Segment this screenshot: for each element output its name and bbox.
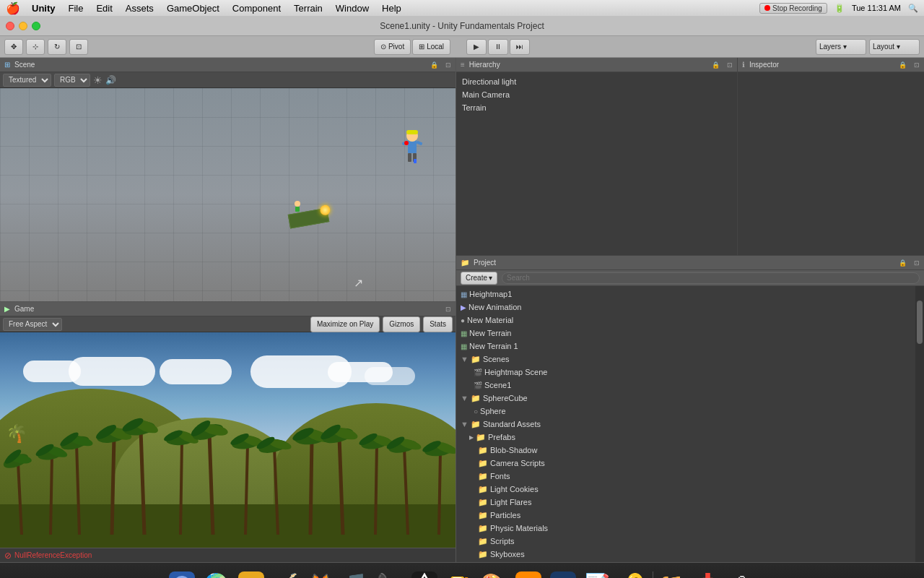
project-item-particles[interactable]: 📁 Particles <box>456 509 915 522</box>
scene-color-mode[interactable]: RGB <box>54 74 90 87</box>
inspector-tab[interactable]: Inspector <box>749 61 779 69</box>
menu-unity[interactable]: Unity <box>26 2 61 14</box>
inspector-maximize[interactable]: ⊡ <box>914 61 920 69</box>
maximize-button[interactable] <box>32 22 40 30</box>
dock-trash[interactable]: 🗑 <box>727 569 759 579</box>
game-view[interactable]: 🌴 <box>0 332 456 548</box>
hierarchy-terrain[interactable]: Terrain <box>456 101 737 114</box>
play-button[interactable]: ▶ <box>466 39 487 55</box>
dock-facetime[interactable]: 📞 <box>374 569 406 579</box>
tool-hand[interactable]: ✥ <box>4 39 23 55</box>
dock-guitar[interactable]: 🎸 <box>270 569 302 579</box>
menubar-right: Stop Recording 🔋 Tue 11:31 AM 🔍 <box>759 3 918 14</box>
dock-key[interactable]: 🔑 <box>616 569 648 579</box>
close-button[interactable] <box>6 22 14 30</box>
scene-light-toggle[interactable]: ☀ <box>93 74 103 86</box>
layers-dropdown[interactable]: Layers ▾ <box>816 39 866 55</box>
project-scrollbar[interactable] <box>915 286 924 562</box>
project-item-standard-assets[interactable]: ▼ 📁 Standard Assets <box>456 418 915 431</box>
menu-assets[interactable]: Assets <box>120 2 160 14</box>
dock-downloads[interactable]: 📥 <box>692 569 724 579</box>
game-panel-maximize[interactable]: ⊡ <box>445 306 451 313</box>
project-item-scripts[interactable]: 📁 Scripts <box>456 535 915 548</box>
apple-menu[interactable]: 🍎 <box>6 1 20 15</box>
dock-brush[interactable]: 🎨 <box>478 569 510 579</box>
project-item-light-flares[interactable]: 📁 Light Flares <box>456 496 915 509</box>
minimize-button[interactable] <box>19 22 27 30</box>
project-maximize[interactable]: ⊡ <box>914 259 920 267</box>
scene-panel-lock[interactable]: 🔒 <box>430 61 438 69</box>
hierarchy-maximize[interactable]: ⊡ <box>727 61 733 69</box>
menu-terrain[interactable]: Terrain <box>288 2 328 14</box>
menu-gameobject[interactable]: GameObject <box>161 2 225 14</box>
dock-finder[interactable]: 🔍 <box>166 569 198 579</box>
scene-character[interactable] <box>398 124 427 168</box>
error-bar[interactable]: ⊘ NullReferenceException <box>0 548 456 562</box>
menu-help[interactable]: Help <box>376 2 407 14</box>
dock-itunes[interactable]: 🎵 <box>339 569 371 579</box>
scrollbar-thumb[interactable] <box>917 301 923 344</box>
search-icon[interactable]: 🔍 <box>908 4 918 13</box>
pause-button[interactable]: ⏸ <box>488 39 508 55</box>
dock-illustrator[interactable]: Ai <box>513 569 544 579</box>
scene-view[interactable]: ↗ <box>0 88 456 301</box>
stop-recording-button[interactable]: Stop Recording <box>759 3 827 14</box>
project-search-input[interactable] <box>502 272 920 284</box>
hierarchy-directional-light[interactable]: Directional light <box>456 75 737 88</box>
stats-button[interactable]: Stats <box>423 316 453 332</box>
project-item-camera-scripts[interactable]: 📁 Camera Scripts <box>456 457 915 470</box>
menu-file[interactable]: File <box>63 2 90 14</box>
gizmos-button[interactable]: Gizmos <box>383 316 420 332</box>
project-item-heightmap1[interactable]: ▦ Heightmap1 <box>456 288 915 301</box>
dock-game[interactable]: 🔫 <box>443 569 475 579</box>
menu-edit[interactable]: Edit <box>90 2 118 14</box>
project-item-blob-shadow[interactable]: 📁 Blob-Shadow <box>456 444 915 457</box>
inspector-content <box>738 72 924 255</box>
local-button[interactable]: ⊞ Local <box>412 39 450 55</box>
project-item-spherecube[interactable]: ▼ 📁 SphereCube <box>456 392 915 405</box>
dock-globe[interactable]: 🌍 <box>201 569 232 579</box>
menu-component[interactable]: Component <box>227 2 287 14</box>
hierarchy-main-camera[interactable]: Main Camera <box>456 88 737 101</box>
scene-platform[interactable] <box>289 211 328 225</box>
pivot-button[interactable]: ⊙ Pivot <box>374 39 411 55</box>
project-item-new-animation[interactable]: ▶ New Animation <box>456 301 915 314</box>
project-lock[interactable]: 🔒 <box>899 259 907 267</box>
project-item-skyboxes[interactable]: 📁 Skyboxes <box>456 548 915 561</box>
hierarchy-tab[interactable]: Hierarchy <box>469 61 500 69</box>
dock-folder[interactable]: 📂 <box>658 569 689 579</box>
dock-files[interactable]: 📁 <box>235 569 267 579</box>
project-tab[interactable]: Project <box>474 259 496 267</box>
tool-rotate[interactable]: ↻ <box>48 39 66 55</box>
create-button[interactable]: Create ▾ <box>461 272 497 285</box>
project-item-prefabs[interactable]: ▶ 📁 Prefabs <box>456 431 915 444</box>
dock-notes[interactable]: 📝 <box>582 569 614 579</box>
project-item-new-material[interactable]: ● New Material <box>456 314 915 327</box>
project-item-physic-materials[interactable]: 📁 Physic Materials <box>456 522 915 535</box>
step-button[interactable]: ⏭ <box>510 39 530 55</box>
dock-firefox[interactable]: 🦊 <box>305 569 336 579</box>
project-item-new-terrain[interactable]: ▦ New Terrain <box>456 327 915 340</box>
hierarchy-lock[interactable]: 🔒 <box>712 61 720 69</box>
tool-scale[interactable]: ⊡ <box>69 39 88 55</box>
inspector-lock[interactable]: 🔒 <box>899 61 907 69</box>
maximize-on-play-button[interactable]: Maximize on Play <box>310 316 380 332</box>
layout-dropdown[interactable]: Layout ▾ <box>869 39 920 55</box>
aspect-dropdown[interactable]: Free Aspect <box>3 318 62 331</box>
project-item-fonts[interactable]: 📁 Fonts <box>456 470 915 483</box>
scene-view-mode[interactable]: Textured <box>3 74 51 87</box>
project-item-heightmap-scene[interactable]: 🎬 Heightmap Scene <box>456 366 915 379</box>
tool-move[interactable]: ⊹ <box>26 39 45 55</box>
project-item-new-terrain-1[interactable]: ▦ New Terrain 1 <box>456 340 915 353</box>
project-item-sphere[interactable]: ○ Sphere <box>456 405 915 418</box>
project-item-scenes[interactable]: ▼ 📁 Scenes <box>456 353 915 366</box>
dock-photoshop[interactable]: Ps <box>547 569 579 579</box>
project-item-light-cookies[interactable]: 📁 Light Cookies <box>456 483 915 496</box>
menu-window[interactable]: Window <box>330 2 375 14</box>
scene-tab[interactable]: Scene <box>14 61 35 69</box>
project-item-scene1[interactable]: 🎬 Scene1 <box>456 379 915 392</box>
scene-panel-maximize[interactable]: ⊡ <box>445 61 451 69</box>
game-tab[interactable]: Game <box>14 305 34 313</box>
scene-audio-toggle[interactable]: 🔊 <box>105 75 116 85</box>
dock-unity[interactable] <box>409 569 440 579</box>
